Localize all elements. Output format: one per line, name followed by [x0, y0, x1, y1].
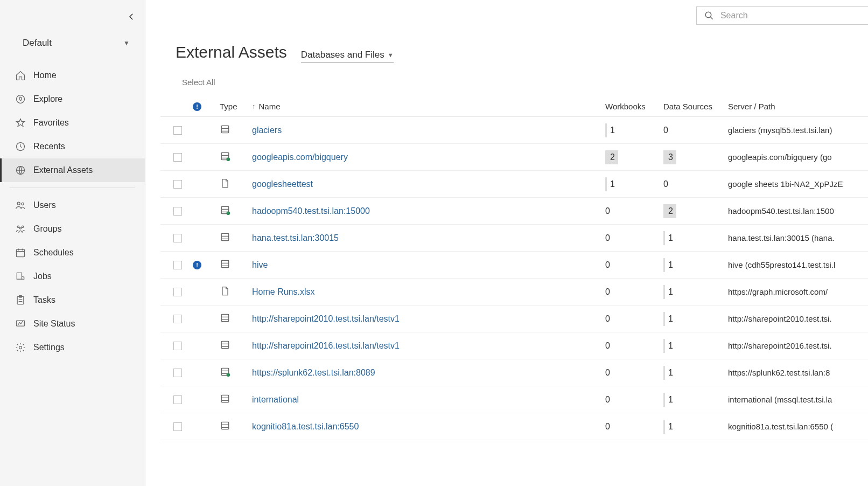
nav-label: Explore — [33, 94, 62, 104]
site-selector[interactable]: Default ▼ — [0, 27, 145, 64]
svg-rect-14 — [221, 126, 228, 133]
row-checkbox[interactable] — [173, 315, 182, 323]
server-path: google sheets 1bi-NA2_XpPJzE — [728, 179, 868, 189]
main-content: External Assets Databases and Files ▼ Se… — [145, 0, 868, 486]
row-checkbox[interactable] — [173, 288, 182, 296]
nav-label: Favorites — [33, 118, 69, 128]
nav-jobs[interactable]: Jobs — [0, 265, 145, 288]
row-checkbox[interactable] — [173, 422, 182, 431]
type-icon — [220, 393, 252, 406]
svg-point-6 — [22, 226, 24, 227]
col-datasources-header[interactable]: Data Sources — [663, 102, 728, 111]
col-alert-header[interactable]: ! — [193, 102, 220, 111]
col-type-header[interactable]: Type — [220, 102, 252, 111]
alert-icon: ! — [193, 102, 201, 111]
star-icon — [15, 117, 26, 128]
nav-recents[interactable]: Recents — [0, 135, 145, 158]
server-path: international (mssql.test.tsi.la — [728, 395, 868, 404]
type-icon — [220, 150, 252, 164]
nav-divider — [10, 188, 135, 188]
asset-name-link[interactable]: http://sharepoint2016.test.tsi.lan/testv… — [252, 341, 400, 351]
svg-rect-25 — [221, 395, 228, 402]
nav-settings[interactable]: Settings — [0, 336, 145, 359]
filter-label: Databases and Files — [301, 50, 384, 60]
row-checkbox[interactable] — [173, 395, 182, 404]
row-checkbox[interactable] — [173, 207, 182, 216]
nav-users[interactable]: Users — [0, 193, 145, 217]
workbooks-count: 0 — [605, 204, 617, 218]
asset-name-link[interactable]: international — [252, 395, 299, 405]
table-row: Home Runs.xlsx01https://graph.microsoft.… — [160, 279, 868, 306]
asset-name-link[interactable]: hadoopm540.test.tsi.lan:15000 — [252, 206, 370, 216]
row-checkbox[interactable] — [173, 234, 182, 242]
col-serverpath-header[interactable]: Server / Path — [728, 102, 868, 111]
datasources-count: 1 — [663, 393, 676, 407]
nav-label: Settings — [33, 343, 65, 352]
nav-site-status[interactable]: Site Status — [0, 312, 145, 336]
svg-rect-21 — [221, 314, 228, 321]
content-type-filter[interactable]: Databases and Files ▼ — [301, 50, 394, 63]
svg-point-16 — [227, 158, 230, 162]
datasources-count: 2 — [663, 204, 676, 218]
status-icon — [15, 318, 26, 329]
asset-name-link[interactable]: http://sharepoint2010.test.tsi.lan/testv… — [252, 314, 400, 324]
table-row: https://splunk62.test.tsi.lan:808901http… — [160, 359, 868, 386]
server-path: https://splunk62.test.tsi.lan:8 — [728, 368, 868, 377]
nav-label: Jobs — [33, 272, 52, 281]
type-icon — [220, 339, 252, 352]
clipboard-icon — [15, 295, 26, 306]
nav-schedules[interactable]: Schedules — [0, 241, 145, 265]
nav-label: Schedules — [33, 248, 74, 258]
datasources-count: 3 — [663, 150, 676, 164]
nav-favorites[interactable]: Favorites — [0, 111, 145, 135]
server-path: http://sharepoint2016.test.tsi. — [728, 341, 868, 350]
row-checkbox[interactable] — [173, 369, 182, 377]
select-all-link[interactable]: Select All — [160, 68, 868, 96]
row-checkbox[interactable] — [173, 261, 182, 269]
nav-label: Tasks — [33, 295, 55, 305]
workbooks-count: 0 — [605, 366, 617, 380]
datasources-count: 0 — [663, 177, 675, 191]
nav-home[interactable]: Home — [0, 64, 145, 87]
col-name-header[interactable]: ↑Name — [252, 102, 605, 111]
table-row: international01international (mssql.test… — [160, 386, 868, 413]
svg-point-3 — [17, 202, 20, 205]
asset-name-link[interactable]: Home Runs.xlsx — [252, 287, 314, 297]
row-checkbox[interactable] — [173, 342, 182, 350]
type-icon — [220, 231, 252, 245]
type-icon — [220, 177, 252, 191]
jobs-icon — [15, 271, 26, 282]
nav-label: External Assets — [33, 165, 93, 175]
row-checkbox[interactable] — [173, 153, 182, 162]
asset-name-link[interactable]: googleapis.com/bigquery — [252, 152, 348, 162]
row-checkbox[interactable] — [173, 126, 182, 135]
nav-label: Recents — [33, 142, 65, 151]
table-row: hadoopm540.test.tsi.lan:1500002hadoopm54… — [160, 198, 868, 225]
asset-name-link[interactable]: https://splunk62.test.tsi.lan:8089 — [252, 368, 375, 378]
svg-rect-8 — [17, 249, 25, 256]
row-checkbox[interactable] — [173, 180, 182, 189]
col-workbooks-header[interactable]: Workbooks — [605, 102, 663, 111]
nav-label: Site Status — [33, 319, 75, 329]
asset-name-link[interactable]: glaciers — [252, 126, 282, 135]
gear-icon — [15, 342, 26, 353]
asset-name-link[interactable]: googlesheettest — [252, 179, 313, 189]
sidebar-collapse-button[interactable] — [0, 6, 145, 27]
search-input[interactable] — [720, 11, 860, 20]
workbooks-count: 1 — [605, 123, 618, 137]
table-row: glaciers10glaciers (mysql55.test.tsi.lan… — [160, 117, 868, 144]
table-body: glaciers10glaciers (mysql55.test.tsi.lan… — [160, 117, 868, 440]
datasources-count: 1 — [663, 339, 676, 353]
datasources-count: 1 — [663, 258, 676, 272]
asset-name-link[interactable]: hana.test.tsi.lan:30015 — [252, 233, 339, 243]
asset-name-link[interactable]: hive — [252, 260, 268, 270]
nav-groups[interactable]: Groups — [0, 217, 145, 241]
nav-external-assets[interactable]: External Assets — [0, 158, 145, 182]
asset-name-link[interactable]: kognitio81a.test.tsi.lan:6550 — [252, 422, 359, 432]
nav-tasks[interactable]: Tasks — [0, 288, 145, 312]
site-name: Default — [23, 38, 52, 48]
nav-explore[interactable]: Explore — [0, 87, 145, 111]
workbooks-count: 0 — [605, 312, 617, 326]
search-box[interactable] — [696, 6, 868, 25]
svg-point-24 — [227, 373, 230, 377]
